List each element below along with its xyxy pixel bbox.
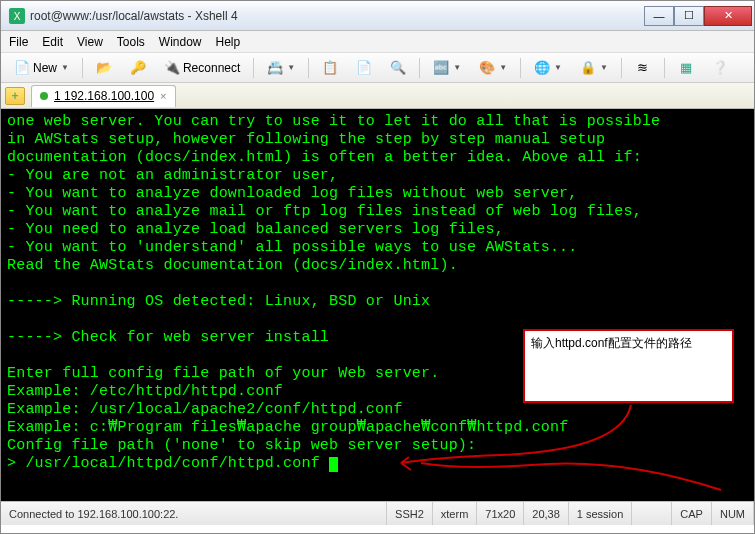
add-tab-button[interactable]: + xyxy=(5,87,25,105)
annotation-text: 输入httpd.conf配置文件的路径 xyxy=(531,336,692,350)
profile-button[interactable]: 📇▼ xyxy=(260,57,302,79)
status-term: xterm xyxy=(433,502,478,525)
grid-icon: ▦ xyxy=(678,60,694,76)
menu-help[interactable]: Help xyxy=(216,35,241,49)
globe-icon: 🌐 xyxy=(534,60,550,76)
status-dot-icon xyxy=(40,92,48,100)
find-icon: 🔍 xyxy=(390,60,406,76)
font-button[interactable]: 🔤▼ xyxy=(426,57,468,79)
app-icon: X xyxy=(9,8,25,24)
reconnect-button[interactable]: 🔌Reconnect xyxy=(157,57,247,79)
new-icon: 📄 xyxy=(14,60,30,76)
paste-icon: 📄 xyxy=(356,60,372,76)
annotation-box: 输入httpd.conf配置文件的路径 xyxy=(523,329,734,403)
help-icon: ❔ xyxy=(712,60,728,76)
toolbar: 📄New▼ 📂 🔑 🔌Reconnect 📇▼ 📋 📄 🔍 🔤▼ 🎨▼ 🌐▼ 🔒… xyxy=(1,53,754,83)
close-button[interactable]: ✕ xyxy=(704,6,752,26)
statusbar: Connected to 192.168.100.100:22. SSH2 xt… xyxy=(1,501,754,525)
status-cap: CAP xyxy=(672,502,712,525)
find-button[interactable]: 🔍 xyxy=(383,57,413,79)
tabbar: + 1 192.168.100.100 × xyxy=(1,83,754,109)
lock-icon: 🔒 xyxy=(580,60,596,76)
open-button[interactable]: 📂 xyxy=(89,57,119,79)
titlebar: X root@www:/usr/local/awstats - Xshell 4… xyxy=(1,1,754,31)
color-icon: 🎨 xyxy=(479,60,495,76)
maximize-button[interactable]: ☐ xyxy=(674,6,704,26)
key-button[interactable]: 🔑 xyxy=(123,57,153,79)
window-title: root@www:/usr/local/awstats - Xshell 4 xyxy=(30,9,644,23)
profile-icon: 📇 xyxy=(267,60,283,76)
status-connected: Connected to 192.168.100.100:22. xyxy=(1,502,387,525)
color-button[interactable]: 🎨▼ xyxy=(472,57,514,79)
paste-button[interactable]: 📄 xyxy=(349,57,379,79)
globe-button[interactable]: 🌐▼ xyxy=(527,57,569,79)
status-protocol: SSH2 xyxy=(387,502,433,525)
menu-edit[interactable]: Edit xyxy=(42,35,63,49)
script-icon: ≋ xyxy=(635,60,651,76)
folder-icon: 📂 xyxy=(96,60,112,76)
terminal[interactable]: one web server. You can try to use it to… xyxy=(1,109,754,501)
help-button[interactable]: ❔ xyxy=(705,57,735,79)
new-button[interactable]: 📄New▼ xyxy=(7,57,76,79)
status-size: 71x20 xyxy=(477,502,524,525)
font-icon: 🔤 xyxy=(433,60,449,76)
window-buttons: — ☐ ✕ xyxy=(644,6,752,26)
tab-label: 1 192.168.100.100 xyxy=(54,89,154,103)
menu-view[interactable]: View xyxy=(77,35,103,49)
menubar: File Edit View Tools Window Help xyxy=(1,31,754,53)
lock-button[interactable]: 🔒▼ xyxy=(573,57,615,79)
grid-button[interactable]: ▦ xyxy=(671,57,701,79)
script-button[interactable]: ≋ xyxy=(628,57,658,79)
menu-file[interactable]: File xyxy=(9,35,28,49)
svg-text:X: X xyxy=(14,11,21,22)
status-num: NUM xyxy=(712,502,754,525)
key-icon: 🔑 xyxy=(130,60,146,76)
menu-window[interactable]: Window xyxy=(159,35,202,49)
minimize-button[interactable]: — xyxy=(644,6,674,26)
status-session: 1 session xyxy=(569,502,632,525)
status-cursor: 20,38 xyxy=(524,502,569,525)
session-tab[interactable]: 1 192.168.100.100 × xyxy=(31,85,176,107)
tab-close-icon[interactable]: × xyxy=(160,90,166,102)
menu-tools[interactable]: Tools xyxy=(117,35,145,49)
copy-button[interactable]: 📋 xyxy=(315,57,345,79)
copy-icon: 📋 xyxy=(322,60,338,76)
reconnect-icon: 🔌 xyxy=(164,60,180,76)
